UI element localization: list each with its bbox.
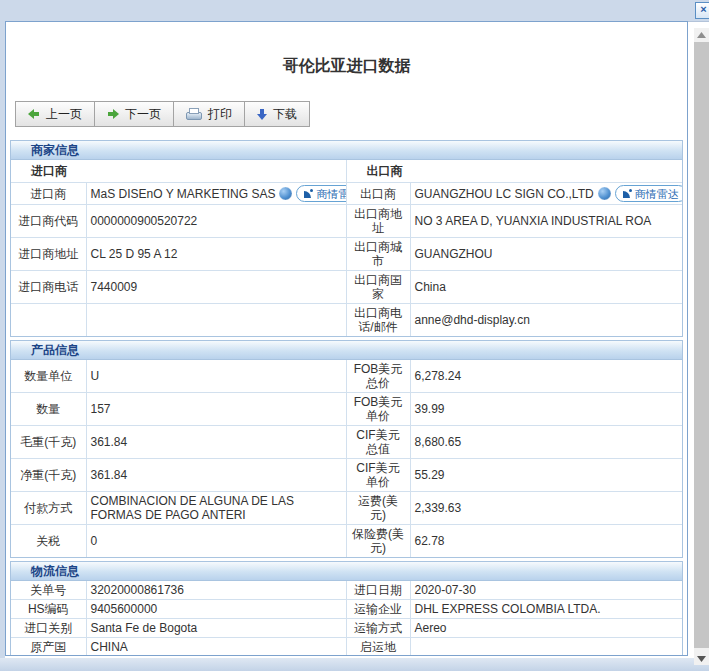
table-row: 原产国 CHINA 启运地	[11, 638, 682, 657]
field-value: Santa Fe de Bogota	[86, 619, 346, 638]
table-row: 出口商电话/邮件 anne@dhd-display.cn	[11, 304, 682, 337]
table-row: 进口商地址 CL 25 D 95 A 12 出口商城市 GUANGZHOU	[11, 238, 682, 271]
prev-page-label: 上一页	[46, 106, 82, 123]
field-label: 进口商地址	[11, 238, 86, 271]
table-row: 数量单位 U FOB美元总价 6,278.24	[11, 360, 682, 393]
next-page-button[interactable]: 下一页	[94, 101, 174, 127]
radar-icon	[623, 189, 632, 198]
field-value: COMBINACION DE ALGUNA DE LAS FORMAS DE P…	[86, 492, 346, 525]
next-page-label: 下一页	[125, 106, 161, 123]
field-label: 进口商电话	[11, 271, 86, 304]
field-label: 进口日期	[346, 581, 410, 600]
field-value	[86, 304, 346, 337]
field-label: CIF美元单价	[346, 459, 410, 492]
arrow-down-icon	[257, 108, 267, 120]
field-label: 运费(美元)	[346, 492, 410, 525]
section-product: 产品信息 数量单位 U FOB美元总价 6,278.24 数量 157 FOB美…	[10, 340, 683, 558]
field-label: 关单号	[11, 581, 86, 600]
vertical-scrollbar[interactable]	[694, 28, 709, 665]
import-data-dialog: 哥伦比亚进口数据 上一页 下一页 打印 下载 商家信息	[5, 21, 688, 656]
bottom-frame-strip	[0, 658, 709, 671]
download-button[interactable]: 下载	[244, 101, 310, 127]
globe-icon[interactable]	[598, 187, 611, 200]
field-value: 39.99	[410, 393, 682, 426]
field-label: CIF美元总值	[346, 426, 410, 459]
printer-icon	[186, 108, 202, 121]
page-title: 哥伦比亚进口数据	[6, 56, 687, 77]
field-label: 出口商国家	[346, 271, 410, 304]
radar-button[interactable]: 商情雷达	[615, 185, 682, 202]
exporter-name: GUANGZHOU LC SIGN CO.,LTD	[415, 187, 594, 201]
field-label: 出口商地址	[346, 205, 410, 238]
radar-icon	[304, 189, 313, 198]
arrow-left-icon	[28, 109, 40, 119]
field-value: 8,680.65	[410, 426, 682, 459]
field-label: 进口关别	[11, 619, 86, 638]
field-label: 原产国	[11, 638, 86, 657]
table-row: 关税 0 保险费(美元) 62.78	[11, 525, 682, 558]
table-row: 进口商电话 7440009 出口商国家 China	[11, 271, 682, 304]
radar-button[interactable]: 商情雷达	[296, 185, 346, 202]
field-label: 出口商	[346, 183, 410, 205]
field-value: 6,278.24	[410, 360, 682, 393]
field-label: 进口商	[11, 183, 86, 205]
print-label: 打印	[208, 106, 232, 123]
field-value: 361.84	[86, 426, 346, 459]
field-value: 7440009	[86, 271, 346, 304]
table-row: 毛重(千克) 361.84 CIF美元总值 8,680.65	[11, 426, 682, 459]
field-label: 数量	[11, 393, 86, 426]
page: × 哥伦比亚进口数据 上一页 下一页 打印 下载 商家信	[0, 0, 709, 671]
field-value: 2020-07-30	[410, 581, 682, 600]
table-row: 关单号 32020000861736 进口日期 2020-07-30	[11, 581, 682, 600]
field-label: 净重(千克)	[11, 459, 86, 492]
field-value: 9405600000	[86, 600, 346, 619]
field-label: 毛重(千克)	[11, 426, 86, 459]
table-row: HS编码 9405600000 运输企业 DHL EXPRESS COLOMBI…	[11, 600, 682, 619]
scroll-up-button[interactable]	[694, 28, 709, 41]
field-value: GUANGZHOU LC SIGN CO.,LTD 商情雷达	[410, 183, 682, 205]
table-row: 进口关别 Santa Fe de Bogota 运输方式 Aereo	[11, 619, 682, 638]
logistics-table: 关单号 32020000861736 进口日期 2020-07-30 HS编码 …	[11, 581, 682, 656]
table-row: 净重(千克) 361.84 CIF美元单价 55.29	[11, 459, 682, 492]
merchant-table: 进口商 出口商 进口商 MaS DISEnO Y MARKETING SAS 商…	[11, 160, 682, 336]
field-value: U	[86, 360, 346, 393]
field-value: NO 3 AREA D, YUANXIA INDUSTRIAL ROA	[410, 205, 682, 238]
prev-page-button[interactable]: 上一页	[15, 101, 95, 127]
field-label: FOB美元总价	[346, 360, 410, 393]
sections: 商家信息 进口商 出口商 进口商 MaS DISEnO Y MARKETING …	[10, 140, 683, 656]
field-label: FOB美元单价	[346, 393, 410, 426]
field-value: China	[410, 271, 682, 304]
importer-column-header: 进口商	[11, 160, 346, 183]
download-label: 下载	[273, 106, 297, 123]
scrollbar-thumb[interactable]	[694, 42, 709, 648]
table-row: 进口商 出口商	[11, 160, 682, 183]
field-value: 55.29	[410, 459, 682, 492]
field-value: MaS DISEnO Y MARKETING SAS 商情雷达	[86, 183, 346, 205]
field-value: 157	[86, 393, 346, 426]
exporter-column-header: 出口商	[346, 160, 682, 183]
table-row: 进口商 MaS DISEnO Y MARKETING SAS 商情雷达 出口商	[11, 183, 682, 205]
close-icon[interactable]: ×	[695, 2, 709, 19]
field-label: 出口商电话/邮件	[346, 304, 410, 337]
field-value	[410, 638, 682, 657]
globe-icon[interactable]	[279, 187, 292, 200]
scroll-down-button[interactable]	[694, 652, 709, 665]
field-label: 关税	[11, 525, 86, 558]
field-value: 62.78	[410, 525, 682, 558]
section-header-merchant: 商家信息	[11, 141, 682, 160]
section-logistics: 物流信息 关单号 32020000861736 进口日期 2020-07-30 …	[10, 561, 683, 656]
radar-label: 商情雷达	[635, 187, 679, 201]
field-value: 361.84	[86, 459, 346, 492]
field-label: 运输方式	[346, 619, 410, 638]
print-button[interactable]: 打印	[173, 101, 245, 127]
top-frame-strip	[0, 0, 709, 22]
field-value: 0	[86, 525, 346, 558]
field-label: 进口商代码	[11, 205, 86, 238]
field-value: 32020000861736	[86, 581, 346, 600]
section-header-logistics: 物流信息	[11, 562, 682, 581]
toolbar: 上一页 下一页 打印 下载	[15, 101, 687, 127]
field-value: CHINA	[86, 638, 346, 657]
field-label: 运输企业	[346, 600, 410, 619]
table-row: 进口商代码 0000000900520722 出口商地址 NO 3 AREA D…	[11, 205, 682, 238]
field-label: 保险费(美元)	[346, 525, 410, 558]
